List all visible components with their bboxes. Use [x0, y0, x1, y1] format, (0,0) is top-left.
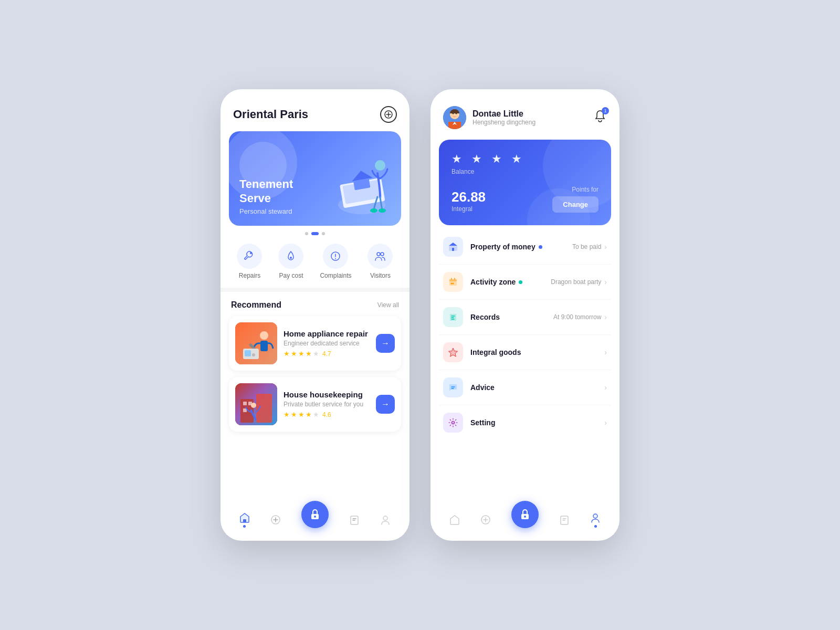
- star-2: ★: [291, 350, 297, 358]
- svg-rect-26: [243, 402, 247, 405]
- service-card-house: House housekeeping Private butler servic…: [229, 377, 401, 432]
- integral-value: 26.88: [452, 189, 486, 205]
- svg-point-6: [375, 160, 385, 171]
- svg-point-55: [593, 514, 597, 518]
- integral-title: Integral goods: [470, 348, 521, 356]
- svg-rect-17: [260, 341, 268, 351]
- nav-edit[interactable]: [349, 514, 360, 526]
- right-nav-home[interactable]: [449, 514, 460, 526]
- repair-rating: 4.7: [322, 350, 331, 358]
- svg-point-45: [451, 283, 453, 285]
- advice-title: Advice: [470, 383, 495, 392]
- svg-point-12: [377, 253, 380, 256]
- svg-point-13: [381, 253, 384, 256]
- nav-add[interactable]: [270, 514, 281, 526]
- right-phone: Dontae Little Hengsheng dingcheng 1 ★ ★ …: [430, 89, 620, 541]
- records-icon-wrap: [443, 307, 463, 327]
- change-button[interactable]: Change: [552, 196, 598, 213]
- advice-chevron: ›: [604, 383, 607, 392]
- star-h5: ★: [313, 411, 319, 418]
- activity-sub: Dragon boat party: [551, 278, 601, 286]
- nav-lock-center[interactable]: [301, 501, 329, 528]
- menu-item-records[interactable]: Records At 9:00 tomorrow ›: [439, 300, 611, 335]
- complaints-icon: [323, 244, 348, 269]
- svg-rect-25: [256, 394, 272, 423]
- star-h3: ★: [298, 411, 304, 418]
- activity-icon-wrap: [443, 272, 463, 292]
- right-nav-lock-center[interactable]: [511, 501, 539, 528]
- records-text: Records: [470, 313, 546, 321]
- app-title: Oriental Paris: [233, 108, 308, 121]
- pay-cost-icon: [278, 244, 303, 269]
- action-repairs[interactable]: Repairs: [237, 244, 262, 279]
- action-visitors[interactable]: Visitors: [368, 244, 393, 279]
- repairs-label: Repairs: [239, 272, 260, 279]
- nav-home-dot: [243, 525, 246, 528]
- right-header: Dontae Little Hengsheng dingcheng 1: [430, 89, 620, 140]
- banner-title: TenementServe: [239, 177, 391, 205]
- setting-title: Setting: [470, 418, 495, 427]
- right-nav-add[interactable]: [480, 514, 491, 526]
- nav-profile[interactable]: [380, 514, 391, 526]
- user-subtitle: Hengsheng dingcheng: [472, 119, 536, 126]
- action-pay-cost[interactable]: Pay cost: [278, 244, 303, 279]
- card-content-house: House housekeeping Private butler servic…: [284, 390, 370, 418]
- advice-right: ›: [604, 383, 607, 392]
- svg-point-21: [252, 353, 255, 356]
- right-nav-edit[interactable]: [559, 514, 570, 526]
- house-desc: Private butler service for you: [284, 401, 370, 408]
- nav-home[interactable]: [239, 512, 250, 528]
- card-bottom-row: 26.88 Integral Points for Change: [452, 186, 598, 213]
- property-right: To be paid ›: [572, 243, 607, 251]
- svg-point-9: [250, 252, 252, 254]
- menu-item-setting[interactable]: Setting ›: [439, 405, 611, 440]
- records-title: Records: [470, 313, 500, 321]
- carousel-dots: [220, 232, 410, 235]
- menu-item-activity[interactable]: Activity zone Dragon boat party ›: [439, 265, 611, 300]
- svg-point-10: [290, 257, 292, 259]
- notification-bell[interactable]: 1: [593, 109, 607, 126]
- property-sub: To be paid: [572, 243, 601, 250]
- left-phone: Oriental Paris: [220, 89, 410, 541]
- svg-point-16: [260, 331, 268, 340]
- house-arrow-button[interactable]: →: [376, 395, 395, 414]
- menu-item-property[interactable]: Property of money To be paid ›: [439, 229, 611, 265]
- setting-icon-wrap: [443, 413, 463, 433]
- svg-rect-44: [449, 279, 457, 281]
- add-button[interactable]: [380, 106, 397, 123]
- view-all-link[interactable]: View all: [377, 301, 399, 309]
- points-label: Points for: [552, 186, 598, 193]
- card-stars: ★ ★ ★ ★: [452, 152, 598, 166]
- menu-item-integral[interactable]: Integral goods ›: [439, 335, 611, 370]
- records-right: At 9:00 tomorrow ›: [553, 313, 607, 321]
- repairs-icon: [237, 244, 262, 269]
- dot-1: [305, 232, 308, 235]
- repair-stars: ★ ★ ★ ★ ★ 4.7: [284, 350, 370, 358]
- visitors-icon: [368, 244, 393, 269]
- integral-label: Integral: [452, 205, 486, 213]
- house-stars: ★ ★ ★ ★ ★ 4.6: [284, 411, 370, 418]
- menu-item-advice[interactable]: Advice ›: [439, 370, 611, 405]
- records-chevron: ›: [604, 313, 607, 321]
- integral-right: ›: [604, 348, 607, 356]
- card-image-house: [235, 383, 277, 425]
- activity-text: Activity zone: [470, 278, 543, 286]
- banner-subtitle: Personal steward: [239, 207, 391, 215]
- advice-title-row: Advice: [470, 383, 597, 392]
- svg-rect-42: [452, 248, 454, 251]
- card-image-repair: [235, 322, 277, 364]
- card-content-repair: Home appliance repair Engineer dedicated…: [284, 329, 370, 358]
- svg-rect-30: [243, 519, 246, 522]
- records-title-row: Records: [470, 313, 546, 321]
- integral-text: Integral goods: [470, 348, 597, 356]
- balance-label: Balance: [452, 168, 598, 175]
- right-nav-profile[interactable]: [590, 512, 601, 528]
- dot-3: [322, 232, 325, 235]
- menu-list: Property of money To be paid ›: [430, 225, 620, 444]
- star-h1: ★: [284, 411, 290, 418]
- points-section: Points for Change: [552, 186, 598, 213]
- user-avatar: [443, 106, 466, 129]
- svg-point-53: [524, 516, 526, 518]
- repair-arrow-button[interactable]: →: [376, 334, 395, 353]
- action-complaints[interactable]: Complaints: [320, 244, 351, 279]
